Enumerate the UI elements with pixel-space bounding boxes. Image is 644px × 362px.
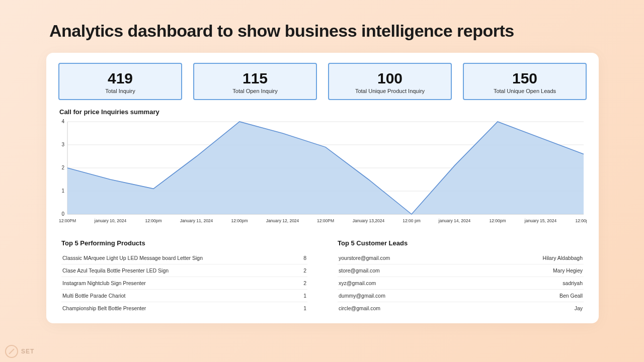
- svg-text:January 13,2024: January 13,2024: [353, 218, 385, 223]
- kpi-total-open-inquiry: 115 Total Open Inquiry: [193, 63, 317, 100]
- product-count: 8: [303, 255, 306, 261]
- lead-email: dummy@gmail.com: [339, 293, 385, 299]
- table-row: Classsic MArquee Light Up LED Message bo…: [61, 252, 307, 264]
- lead-email: store@gmail.com: [339, 267, 380, 274]
- svg-text:12:00 pm: 12:00 pm: [403, 218, 420, 223]
- table-title: Top 5 Performing Products: [61, 239, 307, 247]
- kpi-row: 419 Total Inquiry 115 Total Open Inquiry…: [58, 63, 587, 100]
- kpi-unique-product-inquiry: 100 Total Unique Product Inquiry: [328, 63, 452, 100]
- product-count: 2: [303, 267, 306, 274]
- lead-name: Ben Geall: [559, 293, 583, 299]
- lead-name: Jay: [575, 305, 583, 311]
- lead-email: circle@gmail.com: [339, 305, 380, 311]
- lead-name: sadriyah: [562, 280, 583, 286]
- product-count: 2: [303, 280, 306, 286]
- chart-svg: 0123412:00PMjanuary 10, 202412:00pmJanua…: [58, 119, 587, 229]
- kpi-value: 115: [197, 70, 313, 87]
- svg-text:january 14, 2024: january 14, 2024: [438, 218, 471, 223]
- table-row: circle@gmail.comJay: [338, 302, 584, 314]
- product-name: Instagram Nightclub Sign Presenter: [62, 280, 146, 286]
- kpi-label: Total Unique Open Leads: [467, 88, 583, 94]
- table-row: Multi Bottle Parade Chariot1: [61, 290, 307, 302]
- kpi-label: Total Unique Product Inquiry: [332, 88, 448, 94]
- svg-text:12:00pm: 12:00pm: [231, 218, 248, 223]
- product-name: Clase Azul Tequila Bottle Presenter LED …: [62, 267, 169, 274]
- table-row: dummy@gmail.comBen Geall: [338, 290, 584, 302]
- table-row: store@gmail.comMary Hegiey: [338, 264, 584, 277]
- chart-title: Call for price Inquiries summary: [59, 108, 587, 116]
- svg-text:3: 3: [61, 142, 64, 147]
- watermark-text: SET: [21, 348, 34, 355]
- lead-email: yourstore@gmail.com: [339, 255, 390, 261]
- dashboard-card: 419 Total Inquiry 115 Total Open Inquiry…: [46, 53, 599, 323]
- lead-name: Hilary Aldabbagh: [543, 255, 583, 261]
- product-name: Championship Belt Bottle Presenter: [62, 305, 146, 311]
- svg-text:12:00PM: 12:00PM: [317, 218, 334, 223]
- svg-text:12:00PM: 12:00PM: [59, 218, 76, 223]
- product-name: Multi Bottle Parade Chariot: [62, 293, 125, 299]
- table-row: yourstore@gmail.comHilary Aldabbagh: [338, 252, 584, 264]
- svg-text:0: 0: [61, 211, 64, 217]
- table-row: Championship Belt Bottle Presenter1: [61, 302, 307, 314]
- product-count: 1: [303, 293, 306, 299]
- tables-row: Top 5 Performing Products Classsic MArqu…: [58, 239, 587, 314]
- svg-text:4: 4: [61, 119, 64, 124]
- table-row: Instagram Nightclub Sign Presenter2: [61, 277, 307, 290]
- svg-text:January 11, 2024: January 11, 2024: [180, 218, 213, 223]
- compass-icon: [5, 345, 18, 358]
- kpi-value: 419: [62, 70, 178, 87]
- kpi-value: 100: [332, 70, 448, 87]
- table-title: Top 5 Customer Leads: [338, 239, 584, 247]
- svg-text:1: 1: [61, 188, 64, 194]
- svg-text:12:00pm: 12:00pm: [145, 218, 162, 223]
- kpi-unique-open-leads: 150 Total Unique Open Leads: [463, 63, 587, 100]
- area-chart: 0123412:00PMjanuary 10, 202412:00pmJanua…: [58, 119, 587, 229]
- svg-text:12:00pm: 12:00pm: [575, 218, 587, 223]
- svg-text:12:00pm: 12:00pm: [489, 218, 506, 223]
- svg-text:January 12, 2024: January 12, 2024: [266, 218, 299, 223]
- kpi-label: Total Open Inquiry: [197, 88, 313, 94]
- kpi-total-inquiry: 419 Total Inquiry: [58, 63, 182, 100]
- svg-text:january 15, 2024: january 15, 2024: [524, 218, 557, 223]
- table-row: xyz@gmail.comsadriyah: [338, 277, 584, 290]
- product-count: 1: [303, 305, 306, 311]
- top-products-table: Top 5 Performing Products Classsic MArqu…: [61, 239, 307, 314]
- kpi-label: Total Inquiry: [62, 88, 178, 94]
- lead-email: xyz@gmail.com: [339, 280, 376, 286]
- svg-text:january 10, 2024: january 10, 2024: [94, 218, 127, 223]
- watermark: SET: [5, 345, 34, 358]
- kpi-value: 150: [467, 70, 583, 87]
- svg-text:2: 2: [61, 165, 64, 170]
- top-leads-table: Top 5 Customer Leads yourstore@gmail.com…: [338, 239, 584, 314]
- page-title: Analytics dashboard to show business int…: [0, 0, 644, 53]
- lead-name: Mary Hegiey: [553, 267, 583, 274]
- table-row: Clase Azul Tequila Bottle Presenter LED …: [61, 264, 307, 277]
- product-name: Classsic MArquee Light Up LED Message bo…: [62, 255, 203, 261]
